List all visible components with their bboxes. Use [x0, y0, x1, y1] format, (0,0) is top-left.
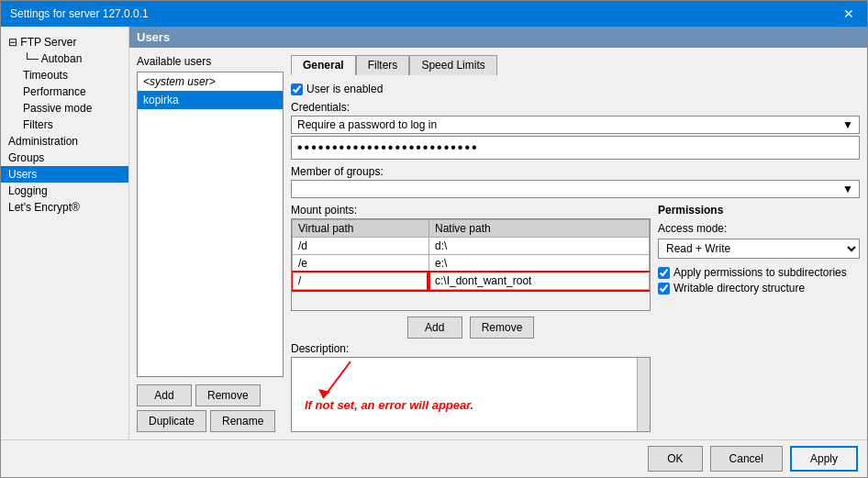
- user-item-system[interactable]: <system user>: [138, 72, 283, 91]
- settings-window: Settings for server 127.0.0.1 ✕ ⊟ FTP Se…: [0, 0, 868, 478]
- virtual-path-e: /e: [293, 255, 429, 272]
- access-mode-label: Access mode:: [658, 222, 860, 235]
- writable-dir-row: Writable directory structure: [658, 282, 860, 295]
- description-section: Description:: [291, 342, 651, 433]
- add-user-button[interactable]: Add: [137, 384, 192, 406]
- groups-dropdown-arrow-icon: ▼: [842, 183, 853, 195]
- close-button[interactable]: ✕: [840, 6, 858, 21]
- tab-filters[interactable]: Filters: [356, 55, 410, 75]
- sidebar-item-lets-encrypt[interactable]: Let's Encrypt®: [1, 199, 128, 216]
- right-panel: Users Available users <system user> kopi…: [129, 27, 867, 439]
- sidebar-item-filters-label: Filters: [23, 118, 53, 131]
- sidebar-item-lets-encrypt-label: Let's Encrypt®: [8, 201, 80, 214]
- description-box[interactable]: If not set, an error will appear.: [291, 357, 651, 433]
- groups-dropdown[interactable]: ▼: [291, 180, 860, 198]
- member-of-groups-section: Member of groups: ▼: [291, 165, 860, 198]
- left-panel: ⊟ FTP Server └─ Autoban Timeouts Perform…: [1, 27, 129, 439]
- rename-user-button[interactable]: Rename: [210, 410, 275, 432]
- sidebar-item-administration[interactable]: Administration: [1, 133, 128, 150]
- credentials-label: Credentials:: [291, 101, 860, 114]
- users-list-panel: Available users <system user> kopirka Ad…: [137, 55, 284, 432]
- sidebar-item-administration-label: Administration: [8, 135, 78, 148]
- apply-subdirs-checkbox[interactable]: [658, 267, 670, 279]
- panel-body: Available users <system user> kopirka Ad…: [129, 48, 867, 439]
- apply-subdirs-row: Apply permissions to subdirectories: [658, 266, 860, 279]
- native-path-d: d:\: [428, 238, 649, 255]
- table-row[interactable]: / c:\I_dont_want_root: [293, 272, 650, 290]
- sidebar-item-passive-mode-label: Passive mode: [23, 102, 92, 115]
- cancel-button[interactable]: Cancel: [710, 446, 783, 472]
- table-row[interactable]: /d d:\: [293, 238, 650, 255]
- settings-panel: General Filters Speed Limits: [291, 55, 860, 432]
- sidebar-item-autoban-label: └─ Autoban: [23, 52, 82, 65]
- access-mode-select[interactable]: Read + Write Read only Write only None: [658, 239, 860, 259]
- access-mode-row: Read + Write Read only Write only None: [658, 239, 860, 259]
- add-mount-button[interactable]: Add: [407, 317, 462, 339]
- password-input[interactable]: ••••••••••••••••••••••••••: [291, 136, 860, 160]
- password-dropdown[interactable]: Require a password to log in ▼: [291, 116, 860, 134]
- tab-general[interactable]: General: [291, 55, 356, 75]
- mount-points-label: Mount points:: [291, 204, 651, 217]
- sidebar-item-performance[interactable]: Performance: [1, 83, 128, 100]
- available-users-label: Available users: [137, 55, 284, 68]
- user-enabled-label: User is enabled: [306, 83, 383, 95]
- mount-points-section: Mount points: Virtual path Native path: [291, 204, 651, 432]
- virtual-path-d: /d: [293, 238, 429, 255]
- duplicate-user-button[interactable]: Duplicate: [137, 410, 206, 432]
- error-text: If not set, an error will appear.: [305, 398, 473, 412]
- panel-header: Users: [129, 27, 867, 48]
- mount-table-wrapper: Virtual path Native path /d: [291, 218, 651, 311]
- tab-speed-limits[interactable]: Speed Limits: [409, 55, 496, 75]
- user-item-system-label: <system user>: [143, 75, 216, 88]
- ok-button[interactable]: OK: [648, 446, 702, 472]
- remove-user-button[interactable]: Remove: [195, 384, 261, 406]
- users-buttons: Add Remove Duplicate Rename: [137, 384, 284, 432]
- description-label: Description:: [291, 342, 651, 355]
- description-content: If not set, an error will appear.: [292, 358, 650, 416]
- sidebar-item-autoban[interactable]: └─ Autoban: [1, 50, 128, 67]
- mount-permissions-row: Mount points: Virtual path Native path: [291, 204, 860, 432]
- sidebar-item-ftp-server[interactable]: ⊟ FTP Server: [1, 34, 128, 50]
- password-dropdown-label: Require a password to log in: [297, 118, 437, 131]
- user-item-kopirka[interactable]: kopirka: [138, 91, 283, 109]
- user-enabled-row: User is enabled: [291, 83, 860, 95]
- col-native-path: Native path: [428, 220, 649, 238]
- users-list: <system user> kopirka: [137, 72, 284, 377]
- user-enabled-checkbox[interactable]: [291, 83, 303, 95]
- apply-button[interactable]: Apply: [790, 446, 858, 472]
- virtual-path-root: /: [293, 272, 429, 290]
- table-row[interactable]: /e e:\: [293, 255, 650, 272]
- sidebar-item-timeouts[interactable]: Timeouts: [1, 67, 128, 83]
- member-of-groups-label: Member of groups:: [291, 165, 860, 178]
- general-tab-content: User is enabled Credentials: Require a p…: [291, 83, 860, 432]
- tab-general-label: General: [303, 59, 344, 72]
- sidebar-item-timeouts-label: Timeouts: [23, 69, 68, 82]
- sidebar-item-groups-label: Groups: [8, 151, 44, 164]
- sidebar-item-filters[interactable]: Filters: [1, 117, 128, 133]
- tab-speed-limits-label: Speed Limits: [421, 59, 484, 72]
- permissions-panel: Permissions Access mode: Read + Write Re…: [658, 204, 860, 432]
- sidebar-item-users-label: Users: [8, 168, 37, 181]
- sidebar-item-passive-mode[interactable]: Passive mode: [1, 100, 128, 117]
- sidebar-item-ftp-server-label: ⊟ FTP Server: [8, 36, 76, 49]
- window-title: Settings for server 127.0.0.1: [10, 7, 149, 20]
- writable-dir-checkbox[interactable]: [658, 283, 670, 295]
- writable-dir-label: Writable directory structure: [673, 282, 805, 295]
- password-dots: ••••••••••••••••••••••••••: [297, 139, 479, 155]
- credentials-section: Credentials: Require a password to log i…: [291, 101, 860, 160]
- main-content: ⊟ FTP Server └─ Autoban Timeouts Perform…: [1, 27, 867, 439]
- tab-filters-label: Filters: [368, 59, 398, 72]
- footer-buttons: OK Cancel Apply: [1, 439, 867, 477]
- sidebar-item-groups[interactable]: Groups: [1, 150, 128, 166]
- tabs: General Filters Speed Limits: [291, 55, 860, 75]
- apply-subdirs-label: Apply permissions to subdirectories: [673, 266, 847, 279]
- mount-table: Virtual path Native path /d: [292, 219, 650, 290]
- native-path-e: e:\: [428, 255, 649, 272]
- sidebar-item-logging[interactable]: Logging: [1, 183, 128, 199]
- col-virtual-path: Virtual path: [293, 220, 429, 238]
- title-bar: Settings for server 127.0.0.1 ✕: [1, 1, 867, 27]
- remove-mount-button[interactable]: Remove: [470, 317, 535, 339]
- permissions-label: Permissions: [658, 204, 860, 217]
- window-body: ⊟ FTP Server └─ Autoban Timeouts Perform…: [1, 27, 867, 477]
- sidebar-item-users[interactable]: Users: [1, 166, 128, 183]
